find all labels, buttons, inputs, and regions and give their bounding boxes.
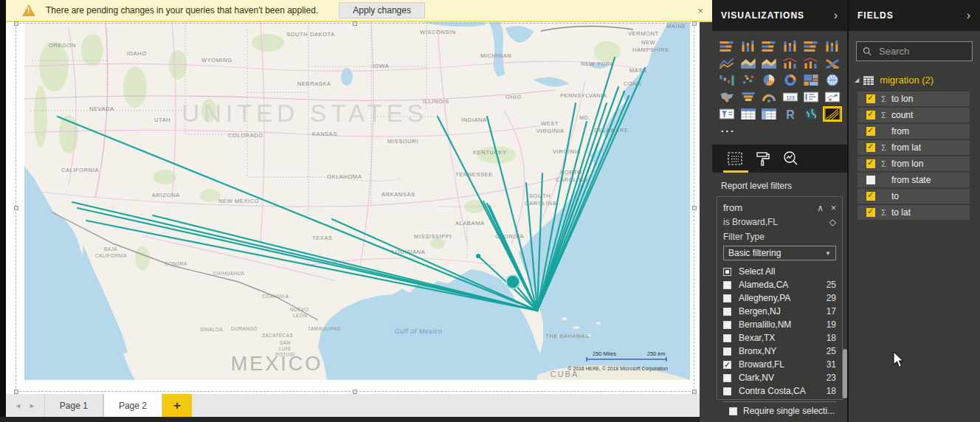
collapse-pane-icon[interactable]: › bbox=[967, 9, 971, 22]
funnel-icon[interactable] bbox=[740, 91, 756, 103]
map-icon[interactable] bbox=[824, 74, 841, 86]
r-script-visual-icon[interactable]: R bbox=[782, 108, 798, 120]
filter-item-checkbox[interactable] bbox=[723, 268, 731, 276]
field-checkbox[interactable] bbox=[866, 159, 875, 168]
filter-item-checkbox[interactable] bbox=[723, 361, 731, 369]
treemap-icon[interactable] bbox=[803, 74, 819, 86]
tab-fields[interactable] bbox=[725, 149, 745, 168]
field-checkbox[interactable] bbox=[866, 127, 875, 136]
filter-item-bronx-ny[interactable]: Bronx,NY25 bbox=[723, 345, 836, 358]
field-row-from[interactable]: from bbox=[858, 124, 970, 139]
slicer-icon[interactable] bbox=[719, 108, 735, 120]
more-visuals-ellipsis[interactable]: ... bbox=[721, 123, 847, 134]
banner-close-icon[interactable]: × bbox=[697, 5, 703, 16]
resize-handle[interactable] bbox=[14, 206, 18, 210]
100-stacked-bar-chart-icon[interactable] bbox=[803, 40, 819, 52]
resize-handle[interactable] bbox=[14, 21, 18, 26]
apply-changes-button[interactable]: Apply changes bbox=[339, 2, 425, 18]
flow-map-icon[interactable] bbox=[824, 108, 841, 120]
filter-item-checkbox[interactable] bbox=[723, 294, 731, 302]
table-migration[interactable]: ◢ migration (2) bbox=[855, 75, 974, 86]
card-icon[interactable]: 123 bbox=[782, 91, 798, 103]
filter-item-contra-costa-ca[interactable]: Contra Costa,CA18 bbox=[723, 384, 836, 398]
next-page-arrow[interactable]: ► bbox=[29, 402, 35, 409]
field-checkbox[interactable] bbox=[866, 192, 875, 201]
destination-dot[interactable] bbox=[476, 254, 480, 258]
waterfall-chart-icon[interactable] bbox=[719, 74, 735, 86]
filter-item-checkbox[interactable] bbox=[723, 308, 731, 316]
filter-item-label: Bergen,NJ bbox=[739, 306, 827, 316]
filter-type-dropdown[interactable]: Basic filtering ▼ bbox=[723, 246, 836, 260]
filter-item-count: 17 bbox=[827, 306, 836, 316]
line-and-stacked-column-chart-icon[interactable] bbox=[782, 57, 798, 69]
filter-item-checkbox[interactable] bbox=[723, 347, 731, 356]
field-row-to[interactable]: to bbox=[858, 189, 970, 204]
new-page-button[interactable]: + bbox=[162, 394, 192, 417]
scatter-chart-icon[interactable] bbox=[740, 74, 756, 86]
filter-item-bexar-tx[interactable]: Bexar,TX18 bbox=[723, 331, 836, 345]
filter-item-checkbox[interactable] bbox=[723, 387, 731, 395]
destination-bubble[interactable] bbox=[506, 275, 520, 288]
filter-type-value: Basic filtering bbox=[728, 248, 825, 258]
line-and-clustered-column-chart-icon[interactable] bbox=[803, 57, 819, 69]
100-stacked-column-chart-icon[interactable] bbox=[824, 40, 841, 52]
field-checkbox[interactable] bbox=[866, 94, 875, 103]
remove-filter-icon[interactable]: × bbox=[831, 203, 836, 213]
resize-handle[interactable] bbox=[353, 21, 357, 26]
filter-item-clark-nv[interactable]: Clark,NV23 bbox=[723, 371, 836, 384]
collapse-filter-icon[interactable]: ∧ bbox=[817, 203, 824, 213]
field-row-to-lat[interactable]: Σto lat bbox=[858, 205, 970, 220]
field-row-from-lat[interactable]: Σfrom lat bbox=[858, 140, 970, 155]
multi-row-card-icon[interactable] bbox=[803, 91, 819, 103]
resize-handle[interactable] bbox=[692, 21, 697, 26]
expand-triangle-icon[interactable]: ◢ bbox=[855, 77, 859, 83]
tab-analytics[interactable] bbox=[781, 149, 801, 168]
ribbon-chart-icon[interactable] bbox=[824, 57, 841, 69]
field-row-from-state[interactable]: from state bbox=[858, 173, 970, 187]
table-icon[interactable] bbox=[740, 108, 756, 120]
area-chart-icon[interactable] bbox=[740, 57, 756, 69]
field-row-from-lon[interactable]: Σfrom lon bbox=[858, 156, 970, 171]
filter-item-bergen-nj[interactable]: Bergen,NJ17 bbox=[723, 305, 836, 318]
matrix-icon[interactable] bbox=[761, 108, 777, 120]
filter-item-allegheny-pa[interactable]: Allegheny,PA29 bbox=[723, 291, 836, 305]
map-label: TEXAS bbox=[312, 235, 333, 241]
stacked-area-chart-icon[interactable] bbox=[761, 57, 777, 69]
flow-map-visual[interactable]: OREGONIDAHOWYOMINGNEVADAUTAHCOLORADOCALI… bbox=[24, 22, 690, 380]
filter-item-broward-fl[interactable]: Broward,FL31 bbox=[723, 358, 836, 371]
filled-map-icon[interactable] bbox=[719, 91, 735, 103]
field-label: from bbox=[891, 126, 909, 136]
field-checkbox[interactable] bbox=[866, 208, 875, 217]
stacked-bar-chart-icon[interactable] bbox=[719, 40, 735, 52]
field-checkbox[interactable] bbox=[866, 176, 875, 184]
page-tab-page-2[interactable]: Page 2 bbox=[103, 394, 162, 417]
prev-page-arrow[interactable]: ◄ bbox=[15, 402, 21, 409]
require-single-selection-checkbox[interactable] bbox=[729, 407, 737, 415]
filter-item-bernalillo-nm[interactable]: Bernalillo,NM19 bbox=[723, 318, 836, 331]
filter-item-checkbox[interactable] bbox=[723, 281, 731, 289]
tab-format[interactable] bbox=[753, 149, 773, 168]
kpi-icon[interactable] bbox=[824, 91, 841, 103]
field-row-count[interactable]: Σcount bbox=[858, 108, 970, 122]
collapse-pane-icon[interactable]: › bbox=[834, 9, 838, 22]
clustered-bar-chart-icon[interactable] bbox=[761, 40, 777, 52]
page-tab-page-1[interactable]: Page 1 bbox=[44, 394, 103, 417]
field-row-to-lon[interactable]: Σto lon bbox=[858, 91, 970, 106]
pie-chart-icon[interactable] bbox=[761, 74, 777, 86]
filter-item-checkbox[interactable] bbox=[723, 334, 731, 342]
gauge-icon[interactable] bbox=[761, 91, 777, 103]
field-checkbox[interactable] bbox=[866, 111, 875, 120]
line-chart-icon[interactable] bbox=[719, 57, 735, 69]
clustered-column-chart-icon[interactable] bbox=[782, 40, 798, 52]
donut-chart-icon[interactable] bbox=[782, 74, 798, 86]
filter-item-checkbox[interactable] bbox=[723, 374, 731, 382]
resize-handle[interactable] bbox=[692, 206, 697, 210]
filter-item-checkbox[interactable] bbox=[723, 321, 731, 329]
stacked-column-chart-icon[interactable] bbox=[740, 40, 756, 52]
filter-item-alameda-ca[interactable]: Alameda,CA25 bbox=[723, 278, 836, 291]
search-input[interactable] bbox=[877, 45, 966, 58]
arcgis-map-icon[interactable] bbox=[803, 108, 819, 120]
clear-filter-icon[interactable]: ◇ bbox=[829, 217, 836, 227]
field-checkbox[interactable] bbox=[866, 143, 875, 152]
filter-item-select-all[interactable]: Select All bbox=[723, 265, 836, 278]
